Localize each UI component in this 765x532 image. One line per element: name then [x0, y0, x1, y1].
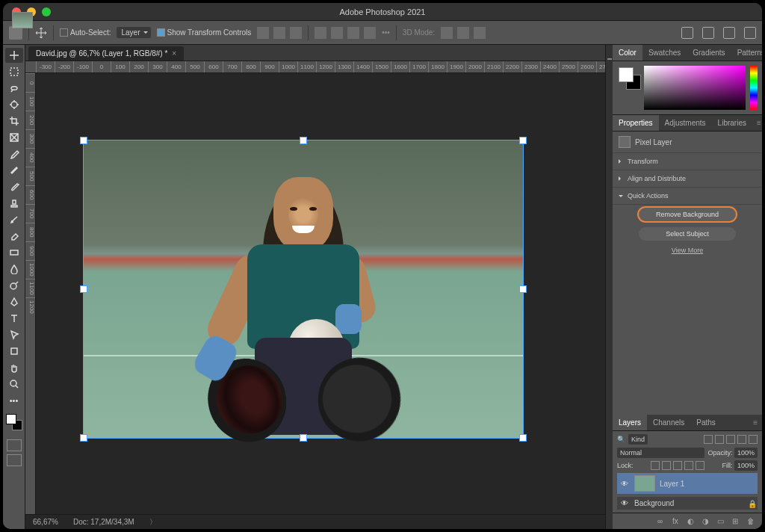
panel-menu-icon[interactable]: ≡ [752, 119, 762, 127]
layer-filter-kind[interactable]: Kind [628, 434, 648, 445]
fill-input[interactable]: 100% [734, 460, 758, 471]
tab-color[interactable]: Color [613, 45, 642, 61]
align-left-icon[interactable] [257, 27, 269, 39]
layer-name[interactable]: Layer 1 [660, 480, 684, 488]
tab-gradients[interactable]: Gradients [687, 45, 731, 61]
tab-libraries[interactable]: Libraries [712, 115, 752, 131]
visibility-icon[interactable]: 👁 [619, 499, 630, 507]
hue-slider[interactable] [750, 66, 758, 110]
quick-select-tool[interactable] [5, 97, 23, 112]
select-subject-button[interactable]: Select Subject [639, 227, 736, 241]
healing-tool[interactable] [5, 163, 23, 178]
marquee-tool[interactable] [5, 64, 23, 79]
blend-mode-dropdown[interactable]: Normal [617, 448, 704, 458]
transform-handle[interactable] [80, 137, 87, 144]
dodge-tool[interactable] [5, 278, 23, 293]
shape-tool[interactable] [5, 344, 23, 359]
blur-tool[interactable] [5, 262, 23, 276]
frame-tool[interactable] [5, 130, 23, 145]
filter-smart-icon[interactable] [749, 435, 758, 444]
toolbar-more[interactable]: ••• [5, 393, 23, 408]
align-right-icon[interactable] [290, 27, 302, 39]
layer-row[interactable]: 👁 Background 🔒 [617, 497, 758, 510]
distribute-icon[interactable] [364, 27, 376, 39]
layer-thumbnail[interactable] [634, 475, 655, 492]
quickmask-toggle[interactable] [7, 439, 22, 451]
transform-section[interactable]: Transform [613, 153, 762, 170]
hand-tool[interactable] [5, 360, 23, 375]
eraser-tool[interactable] [5, 229, 23, 244]
zoom-tool[interactable] [5, 377, 23, 392]
lock-position-icon[interactable] [673, 461, 682, 470]
collapsed-panel-strip[interactable] [605, 45, 613, 529]
lock-transparent-icon[interactable] [651, 461, 660, 470]
tab-layers[interactable]: Layers [613, 415, 647, 430]
type-tool[interactable] [5, 311, 23, 326]
zoom-level[interactable]: 66,67% [33, 518, 58, 526]
delete-layer-icon[interactable]: 🗑 [747, 517, 756, 526]
fx-icon[interactable]: fx [672, 517, 681, 526]
history-brush-tool[interactable] [5, 212, 23, 227]
transform-handle[interactable] [300, 434, 307, 442]
brush-tool[interactable] [5, 179, 23, 194]
transform-handle[interactable] [80, 285, 87, 293]
new-layer-icon[interactable]: ⊞ [732, 517, 741, 526]
transform-handle[interactable] [519, 137, 527, 144]
transform-handle[interactable] [519, 285, 527, 293]
show-transform-checkbox[interactable] [157, 28, 165, 37]
visibility-icon[interactable]: 👁 [619, 480, 630, 488]
lock-all-icon[interactable] [696, 461, 704, 470]
panel-menu-icon[interactable]: ≡ [749, 418, 762, 427]
align-center-v-icon[interactable] [331, 27, 343, 39]
transform-handle[interactable] [300, 137, 307, 144]
filter-pixel-icon[interactable] [704, 435, 713, 444]
canvas-image[interactable] [84, 140, 523, 438]
lock-artboard-icon[interactable] [684, 461, 693, 470]
tab-swatches[interactable]: Swatches [642, 45, 687, 61]
link-layers-icon[interactable]: ∞ [657, 517, 666, 526]
stamp-tool[interactable] [5, 196, 23, 211]
cloud-docs-icon[interactable] [681, 27, 693, 39]
transform-handle[interactable] [519, 434, 527, 442]
lock-pixels-icon[interactable] [662, 461, 671, 470]
document-tab[interactable]: David.jpg @ 66,7% (Layer 1, RGB/8#) * × [28, 46, 184, 61]
align-section[interactable]: Align and Distribute [613, 170, 762, 188]
align-center-h-icon[interactable] [273, 27, 285, 39]
remove-background-button[interactable]: Remove Background [639, 208, 736, 221]
adjustment-layer-icon[interactable]: ◑ [702, 517, 711, 526]
gradient-tool[interactable] [5, 245, 23, 260]
transform-handle[interactable] [80, 434, 87, 442]
tab-channels[interactable]: Channels [647, 415, 690, 430]
tab-paths[interactable]: Paths [690, 415, 722, 430]
tab-properties[interactable]: Properties [613, 115, 659, 131]
align-top-icon[interactable] [315, 27, 326, 39]
layer-thumbnail[interactable] [12, 12, 33, 28]
path-select-tool[interactable] [5, 327, 23, 342]
tab-patterns[interactable]: Patterns [731, 45, 762, 61]
filter-shape-icon[interactable] [737, 435, 746, 444]
move-tool[interactable] [5, 48, 23, 63]
lock-icon[interactable]: 🔒 [748, 500, 755, 507]
close-tab-icon[interactable]: × [172, 49, 176, 58]
mask-icon[interactable]: ◐ [687, 517, 696, 526]
fg-bg-swatch[interactable] [617, 66, 639, 110]
workspace-icon[interactable] [723, 27, 735, 39]
filter-type-icon[interactable] [726, 435, 735, 444]
layer-name[interactable]: Background [634, 499, 674, 507]
screenmode-toggle[interactable] [7, 454, 22, 466]
share-icon[interactable] [744, 27, 756, 39]
color-swatches[interactable] [6, 414, 22, 430]
color-picker[interactable] [644, 66, 746, 110]
layer-row[interactable]: 👁 Layer 1 [617, 473, 758, 494]
tab-adjustments[interactable]: Adjustments [659, 115, 712, 131]
crop-tool[interactable] [5, 114, 23, 129]
align-bottom-icon[interactable] [347, 27, 359, 39]
group-icon[interactable]: ▭ [717, 517, 726, 526]
search-icon[interactable] [702, 27, 714, 39]
eyedropper-tool[interactable] [5, 146, 23, 161]
auto-select-dropdown[interactable]: Layer [117, 27, 150, 38]
opacity-input[interactable]: 100% [734, 448, 758, 458]
canvas[interactable] [36, 73, 605, 514]
lasso-tool[interactable] [5, 81, 23, 96]
view-more-link[interactable]: View More [613, 244, 762, 257]
